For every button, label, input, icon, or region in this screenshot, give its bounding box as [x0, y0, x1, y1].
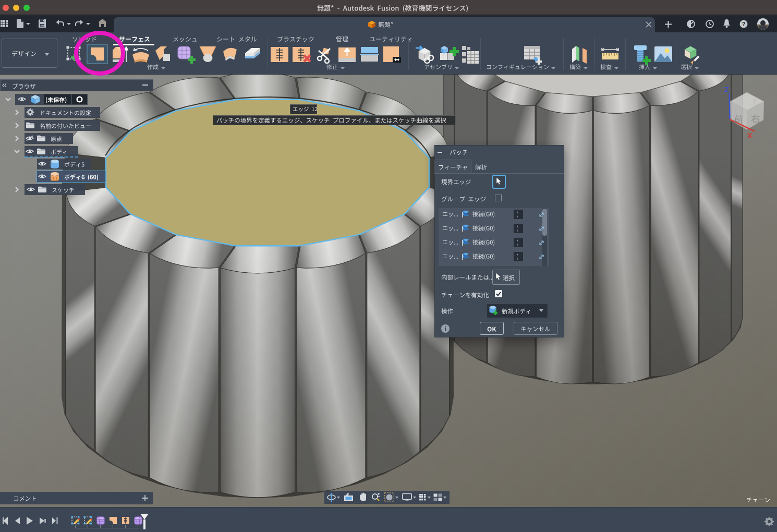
svg-text:Z: Z: [724, 86, 729, 94]
svg-text:?: ?: [742, 21, 746, 27]
svg-text:X: X: [747, 131, 752, 140]
